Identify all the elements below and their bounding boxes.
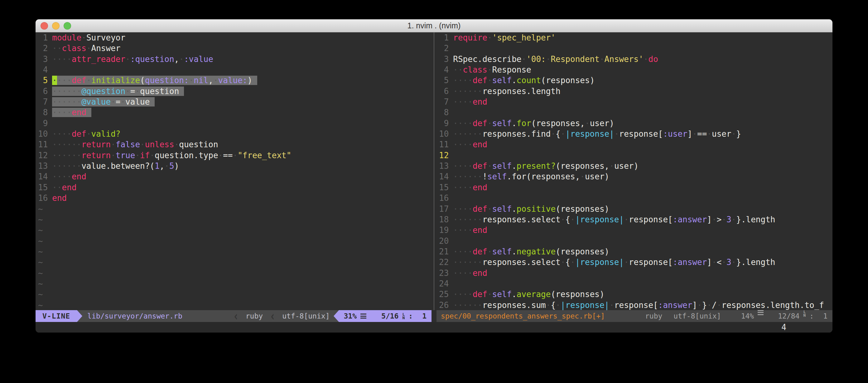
encoding-indicator: utf-8[unix]	[674, 310, 721, 322]
window-title: 1. nvim . (nvim)	[407, 21, 461, 30]
code-line[interactable]: 6······@question·=·question	[35, 86, 432, 97]
code-line[interactable]: 15····end	[436, 182, 833, 193]
code-line[interactable]: 13····def·self.present?(responses,·user)	[436, 161, 833, 171]
filetype-indicator: ruby	[242, 310, 267, 322]
buffer-left[interactable]: 1module·Surveyor2··class·Answer3····attr…	[35, 32, 432, 310]
empty-line: ~	[35, 246, 432, 257]
code-line[interactable]: 23····end	[436, 268, 833, 278]
line-number: 20	[439, 236, 448, 246]
code-line[interactable]: 16end	[35, 193, 432, 203]
code-text: ····def·self.count(responses)	[453, 75, 595, 85]
tilde-marker: ~	[38, 257, 43, 268]
code-line[interactable]: 8····end	[35, 107, 432, 118]
code-text: ····def·self.average(responses)	[453, 289, 604, 300]
tilde-marker: ~	[38, 268, 43, 278]
visual-selection: ······@question·=·question	[52, 86, 184, 96]
code-line[interactable]: 22······responses.select·{·|response|·re…	[436, 257, 833, 268]
tilde-marker: ~	[38, 289, 43, 300]
code-line[interactable]: 14······!self.for(responses,·user)	[436, 171, 833, 182]
code-line[interactable]: 14····end	[35, 171, 432, 182]
code-line[interactable]: 10······responses.find·{·|response|·resp…	[436, 129, 833, 139]
code-line[interactable]: 2	[436, 43, 833, 54]
code-text: ····def·self.positive(responses)	[453, 204, 609, 214]
buffer-right[interactable]: 1require·'spec_helper'23RSpec.describe·'…	[436, 32, 833, 310]
titlebar[interactable]: 1. nvim . (nvim)	[35, 19, 833, 32]
line-number: 3	[439, 54, 448, 65]
line-number: 2	[38, 43, 48, 54]
position-segment: 31% 5/16 LN : 1	[339, 310, 432, 322]
showcmd-count: 4	[781, 323, 786, 332]
code-line[interactable]: 26······responses.sum·{·|response|·respo…	[436, 300, 833, 310]
minimize-button[interactable]	[52, 22, 60, 30]
line-number: 11	[439, 139, 448, 150]
code-text: ······responses.find·{·|response|·respon…	[453, 129, 741, 139]
code-line[interactable]: 9	[35, 118, 432, 129]
code-line[interactable]: 5····def·self.count(responses)	[436, 75, 833, 85]
line-number: 9	[38, 118, 48, 129]
code-text: ······responses.sum·{·|response|·respons…	[453, 300, 824, 310]
code-text: ····end	[453, 139, 487, 150]
code-line[interactable]: 4	[35, 65, 432, 75]
code-line[interactable]: 15··end	[35, 182, 432, 193]
code-text: ······value.between?(1,·5)	[52, 161, 179, 171]
divider-line	[434, 32, 434, 310]
code-line[interactable]: 16	[436, 193, 833, 203]
cursor-position: 5/16	[381, 312, 399, 320]
code-line[interactable]: 24	[436, 278, 833, 289]
code-line[interactable]: 7····end	[436, 97, 833, 107]
code-text: ······responses.select·{·|response|·resp…	[453, 257, 775, 268]
menu-icon	[757, 310, 764, 315]
column-number: 1	[422, 312, 427, 320]
line-number: 5	[38, 75, 48, 85]
code-line[interactable]: 12	[436, 150, 833, 161]
code-text: ······@value·=·value	[52, 97, 155, 107]
code-line[interactable]: 12······return·true·if·question.type·==·…	[35, 150, 432, 161]
code-line[interactable]: 7······@value·=·value	[35, 97, 432, 107]
code-line[interactable]: 3RSpec.describe·'00:·Respondent·Answers'…	[436, 54, 833, 65]
code-line[interactable]: 6······responses.length	[436, 86, 833, 97]
code-text: ······return·false·unless·question	[52, 139, 218, 150]
command-line[interactable]: 4	[35, 322, 833, 333]
code-line[interactable]: 5····def·initialize(question:·nil,·value…	[35, 75, 432, 85]
line-number: 14	[439, 171, 448, 182]
line-number-icon: LN	[402, 313, 405, 319]
code-line[interactable]: 8	[436, 107, 833, 118]
line-number: 10	[439, 129, 448, 139]
line-number: 21	[439, 246, 448, 257]
scroll-percent: 31%	[344, 312, 357, 320]
line-number: 13	[439, 161, 448, 171]
close-button[interactable]	[40, 22, 48, 30]
mode-indicator: V-LINE	[35, 310, 77, 322]
code-text: require·'spec_helper'	[453, 32, 556, 43]
code-text: ····def·valid?	[52, 129, 120, 139]
line-number: 16	[439, 193, 448, 203]
code-line[interactable]: 3····attr_reader·:question,·:value	[35, 54, 432, 65]
code-line[interactable]: 20	[436, 236, 833, 246]
line-number: 1	[38, 32, 48, 43]
code-line[interactable]: 2··class·Answer	[35, 43, 432, 54]
code-line[interactable]: 25····def·self.average(responses)	[436, 289, 833, 300]
code-line[interactable]: 13······value.between?(1,·5)	[35, 161, 432, 171]
code-line[interactable]: 4··class·Response	[436, 65, 833, 75]
code-line[interactable]: 9····def·self.for(responses,·user)	[436, 118, 833, 129]
code-line[interactable]: 10····def·valid?	[35, 129, 432, 139]
pane-divider[interactable]	[432, 32, 436, 322]
code-line[interactable]: 19····end	[436, 225, 833, 235]
pane-right[interactable]: 1require·'spec_helper'23RSpec.describe·'…	[436, 32, 833, 322]
code-line[interactable]: 11····end	[436, 139, 833, 150]
code-line[interactable]: 11······return·false·unless·question	[35, 139, 432, 150]
visual-selection: ···def·initialize(question:·nil,·value:)	[57, 76, 257, 85]
line-number: 12	[38, 150, 48, 161]
code-line[interactable]: 17····def·self.positive(responses)	[436, 204, 833, 214]
code-line[interactable]: 18······responses.select·{·|response|·re…	[436, 214, 833, 225]
code-line[interactable]: 1require·'spec_helper'	[436, 32, 833, 43]
zoom-button[interactable]	[64, 22, 71, 30]
line-number: 17	[439, 204, 448, 214]
pane-left[interactable]: 1module·Surveyor2··class·Answer3····attr…	[35, 32, 432, 322]
code-line[interactable]: 1module·Surveyor	[35, 32, 432, 43]
code-line[interactable]: 21····def·self.negative(responses)	[436, 246, 833, 257]
empty-line: ~	[35, 257, 432, 268]
line-number: 24	[439, 278, 448, 289]
empty-line: ~	[35, 289, 432, 300]
code-text: ····end	[453, 225, 487, 235]
